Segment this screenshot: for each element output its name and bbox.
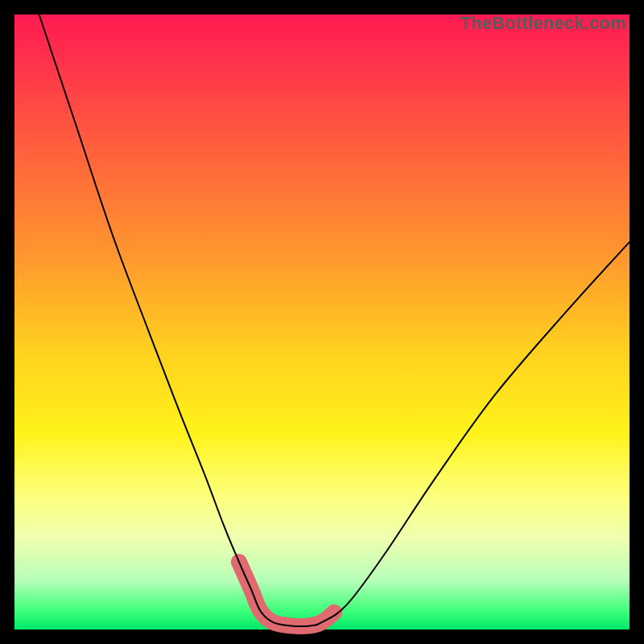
- curve-path: [39, 14, 630, 626]
- curve-series: [39, 14, 630, 626]
- chart-svg: [14, 14, 630, 630]
- chart-frame: TheBottleneck.com: [14, 14, 630, 630]
